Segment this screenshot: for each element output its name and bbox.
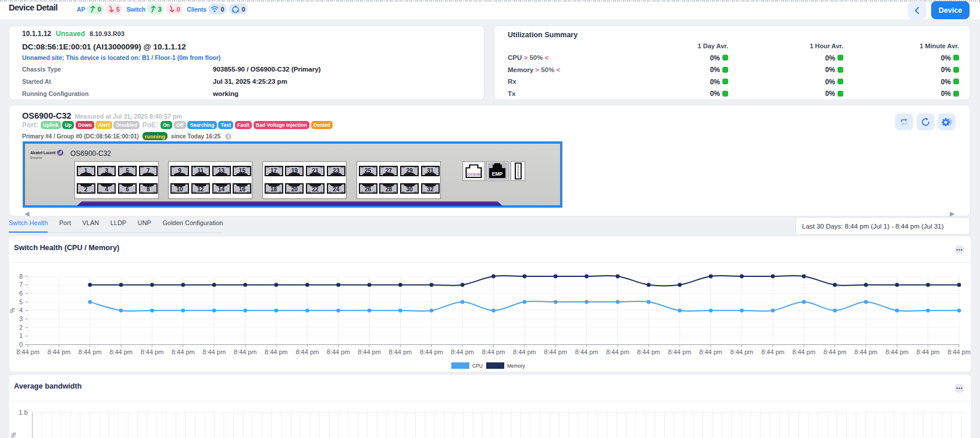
svg-text:8:44 pm: 8:44 pm [420,348,443,355]
svg-text:8:44 pm: 8:44 pm [172,348,195,355]
svg-text:%: % [9,308,16,313]
svg-text:8:44 pm: 8:44 pm [234,348,257,355]
svg-text:8:44 pm: 8:44 pm [792,348,815,355]
svg-text:7: 7 [19,281,23,288]
svg-text:1: 1 [19,332,23,339]
svg-text:8:44 pm: 8:44 pm [761,348,785,355]
svg-text:8:44 pm: 8:44 pm [885,348,908,355]
svg-text:8:44 pm: 8:44 pm [389,348,412,355]
svg-text:8:44 pm: 8:44 pm [917,348,940,355]
svg-text:1 b: 1 b [19,409,27,416]
svg-text:8:44 pm: 8:44 pm [141,348,164,355]
svg-text:8:44 pm: 8:44 pm [202,348,226,355]
svg-text:0: 0 [19,341,23,348]
svg-text:8:44 pm: 8:44 pm [79,348,102,355]
svg-text:console: console [466,172,482,177]
svg-text:8:44 pm: 8:44 pm [451,348,474,355]
svg-text:8:44 pm: 8:44 pm [699,348,722,355]
svg-text:8:44 pm: 8:44 pm [947,348,971,355]
svg-text:%: % [10,432,17,437]
svg-text:3: 3 [19,315,23,322]
svg-text:4: 4 [19,307,23,314]
svg-text:8:44 pm: 8:44 pm [544,348,567,355]
svg-text:8:44 pm: 8:44 pm [637,348,660,355]
svg-text:6: 6 [19,290,23,297]
svg-text:8:44 pm: 8:44 pm [265,348,288,355]
svg-text:8:44 pm: 8:44 pm [482,348,505,355]
svg-text:8:44 pm: 8:44 pm [513,348,536,355]
svg-text:5: 5 [19,298,23,305]
svg-text:8:44 pm: 8:44 pm [48,348,71,355]
svg-text:8:44 pm: 8:44 pm [606,348,629,355]
svg-text:8:44 pm: 8:44 pm [358,348,381,355]
svg-text:EMP: EMP [491,171,503,177]
svg-text:2: 2 [19,324,23,331]
svg-text:8:44 pm: 8:44 pm [668,348,692,355]
svg-text:8:44 pm: 8:44 pm [295,348,319,355]
svg-text:8:44 pm: 8:44 pm [16,348,40,355]
svg-text:8:44 pm: 8:44 pm [109,348,133,355]
svg-text:8:44 pm: 8:44 pm [854,348,878,355]
svg-text:8:44 pm: 8:44 pm [327,348,350,355]
svg-text:8:44 pm: 8:44 pm [824,348,847,355]
svg-text:8:44 pm: 8:44 pm [575,348,598,355]
svg-text:8:44 pm: 8:44 pm [730,348,754,355]
svg-text:8: 8 [19,273,23,280]
